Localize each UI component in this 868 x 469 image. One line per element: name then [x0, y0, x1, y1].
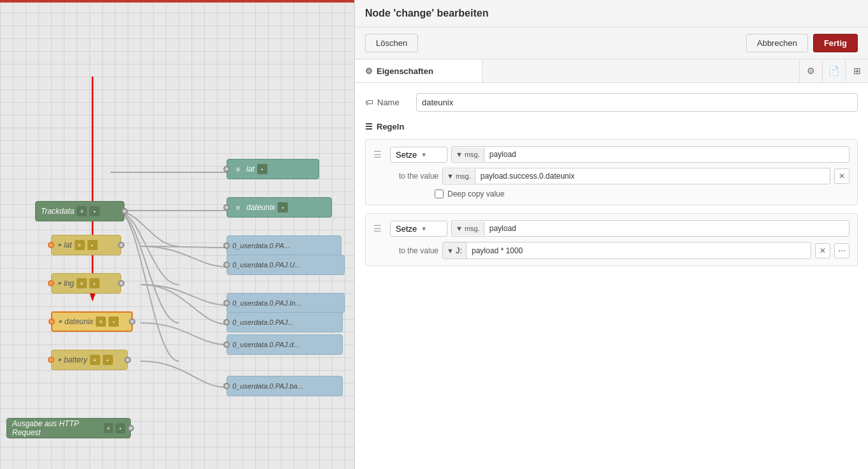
ausgabe-btn[interactable]: ≡ — [104, 423, 114, 433]
tag-icon: 🏷 — [365, 98, 373, 107]
name-input[interactable] — [416, 93, 858, 112]
lng-func-btn[interactable]: ≡ — [77, 278, 87, 288]
node-battery-func[interactable]: ⁍ battery ≡ ▪ — [51, 350, 128, 370]
port-lng-func-in[interactable] — [48, 280, 54, 287]
battery-func-btn[interactable]: ≡ — [90, 355, 100, 365]
description-icon-btn[interactable]: 📄 — [822, 59, 845, 82]
rule1-deep-copy-checkbox[interactable] — [435, 190, 444, 198]
dateunix-func-icon: ⁍ — [57, 316, 62, 327]
node-blue3[interactable]: 0_userdata.0.PAJ.In... — [227, 293, 345, 313]
port-ausgabe-out[interactable] — [128, 425, 134, 431]
delete-button[interactable]: Löschen — [365, 34, 418, 52]
node-blue5[interactable]: 0_userdata.0.PAJ.d... — [227, 334, 343, 355]
rule2-value-text: payload * 1000 — [467, 243, 811, 258]
node-ausgabe[interactable]: Ausgabe aus HTTP Request ≡ ▪ — [6, 418, 131, 438]
js-label: J: — [456, 246, 462, 255]
rule2-close-button[interactable]: ✕ — [815, 243, 830, 258]
canvas: ≡ lat ▪ ≡ dateunix ▪ 0_userdata.0.PA... … — [0, 0, 354, 469]
lat-func-btn[interactable]: ≡ — [75, 240, 85, 250]
rule2-value-field: ▼ J: payload * 1000 — [442, 242, 811, 259]
rule1-action-select[interactable]: Setze ▼ — [390, 147, 447, 163]
rule1-value-field: ▼ msg. payload.success.0.dateunix — [442, 168, 830, 184]
dateunix-func-btn2[interactable]: ▪ — [108, 316, 119, 327]
node-dateunix-func[interactable]: ⁍ dateunix ≡ ▪ — [51, 311, 133, 332]
port-blue4-in[interactable] — [223, 319, 230, 325]
rule1-target-field: ▼ msg. payload — [451, 146, 849, 163]
port-dateunix-in[interactable] — [223, 204, 230, 211]
rule1-value-text: payload.success.0.dateunix — [475, 168, 830, 184]
rule1-value-badge[interactable]: ▼ msg. — [443, 169, 475, 183]
lat-icon: ≡ — [232, 163, 244, 175]
lng-func-icon: ⁍ — [57, 278, 61, 288]
node-lng-func[interactable]: ⁍ lng ≡ ▪ — [51, 273, 121, 294]
panel: Node 'change' bearbeiten Löschen Abbrech… — [354, 0, 868, 469]
rule1-target-badge[interactable]: ▼ msg. — [452, 147, 484, 161]
rule2-value-row: to the value ▼ J: payload * 1000 ✕ ⋯ — [373, 242, 849, 259]
rule2-target-value: payload — [484, 221, 849, 236]
port-blue2-in[interactable] — [223, 262, 230, 268]
name-row: 🏷 Name — [365, 93, 858, 112]
layout-icon-btn[interactable]: ⊞ — [845, 59, 868, 82]
ausgabe-btn2[interactable]: ▪ — [116, 423, 125, 433]
node-blue4[interactable]: 0_userdata.0.PAJ... — [227, 312, 343, 332]
section-tabs: ⚙ Eigenschaften ⚙ 📄 ⊞ — [355, 59, 868, 83]
dateunix-icon: ≡ — [232, 202, 244, 213]
tab-icon-group: ⚙ 📄 ⊞ — [799, 59, 868, 82]
chevron-down-icon-2: ▼ — [421, 225, 427, 232]
port-battery-func-in[interactable] — [48, 357, 54, 363]
rule2-setze-row: ☰ Setze ▼ ▼ msg. payload — [373, 220, 849, 237]
port-blue3-in[interactable] — [223, 300, 230, 306]
port-dateunix-func-out[interactable] — [129, 318, 135, 325]
properties-tab[interactable]: ⚙ Eigenschaften — [355, 60, 483, 82]
node-lat-func[interactable]: ⁍ lat ≡ ▪ — [51, 235, 121, 255]
node-blue6[interactable]: 0_userdata.0.PAJ.ba... — [227, 376, 343, 396]
lat-func-icon: ⁍ — [57, 240, 61, 250]
port-blue6-in[interactable] — [223, 383, 230, 389]
port-blue5-in[interactable] — [223, 341, 230, 348]
port-trackdata-out[interactable] — [121, 208, 128, 214]
done-button[interactable]: Fertig — [813, 34, 858, 52]
lat-func-btn2[interactable]: ▪ — [87, 240, 98, 250]
rule2-action-select[interactable]: Setze ▼ — [390, 221, 447, 237]
port-lat-func-in[interactable] — [48, 242, 54, 248]
node-lat[interactable]: ≡ lat ▪ — [227, 159, 319, 179]
dateunix-func-btn[interactable]: ≡ — [96, 316, 106, 327]
rule2-more-button[interactable]: ⋯ — [834, 243, 849, 258]
lng-func-btn2[interactable]: ▪ — [89, 278, 100, 288]
rule1-deep-copy-label: Deep copy value — [447, 190, 504, 198]
node-blue1[interactable]: 0_userdata.0.PA... — [227, 235, 341, 256]
port-lat-in[interactable] — [223, 166, 230, 172]
drag-handle-2[interactable]: ☰ — [373, 223, 384, 234]
node-dateunix-teal[interactable]: ≡ dateunix ▪ — [227, 197, 332, 218]
port-battery-func-out[interactable] — [124, 357, 131, 363]
chevron-down-icon-small: ▼ — [456, 151, 463, 158]
lat-btn[interactable]: ▪ — [257, 164, 267, 174]
cancel-button[interactable]: Abbrechen — [746, 34, 808, 52]
port-dateunix-func-in[interactable] — [49, 318, 55, 325]
panel-header: Node 'change' bearbeiten — [355, 0, 868, 27]
port-lng-func-out[interactable] — [118, 280, 124, 287]
rule2-js-badge[interactable]: ▼ J: — [443, 242, 467, 258]
dateunix-teal-btn[interactable]: ▪ — [278, 202, 288, 212]
port-lat-func-out[interactable] — [118, 242, 124, 248]
properties-label: Eigenschaften — [377, 66, 433, 76]
node-trackdata[interactable]: Trackdata ≡ ▪ — [35, 201, 124, 221]
battery-func-btn2[interactable]: ▪ — [103, 355, 113, 365]
regeln-header: ☰ Regeln — [365, 122, 858, 131]
drag-handle-1[interactable]: ☰ — [373, 149, 384, 160]
rule-block-1: ☰ Setze ▼ ▼ msg. payload to the value — [365, 139, 858, 205]
top-bar — [0, 0, 354, 3]
trackdata-btn[interactable]: ≡ — [77, 206, 87, 216]
rule1-close-button[interactable]: ✕ — [834, 168, 849, 184]
rule2-action-label: Setze — [396, 224, 417, 234]
trackdata-btn2[interactable]: ▪ — [89, 206, 100, 216]
port-blue1-in[interactable] — [223, 242, 230, 249]
node-blue2[interactable]: 0_userdata.0.PAJ.U... — [227, 255, 345, 275]
list-icon: ☰ — [365, 122, 373, 131]
rule2-target-badge[interactable]: ▼ msg. — [452, 221, 484, 235]
battery-func-icon: ⁍ — [57, 355, 61, 365]
rule2-to-value-label: to the value — [387, 246, 438, 255]
rule2-target-field: ▼ msg. payload — [451, 220, 849, 237]
panel-title: Node 'change' bearbeiten — [365, 8, 488, 19]
settings-icon-btn[interactable]: ⚙ — [799, 59, 822, 82]
